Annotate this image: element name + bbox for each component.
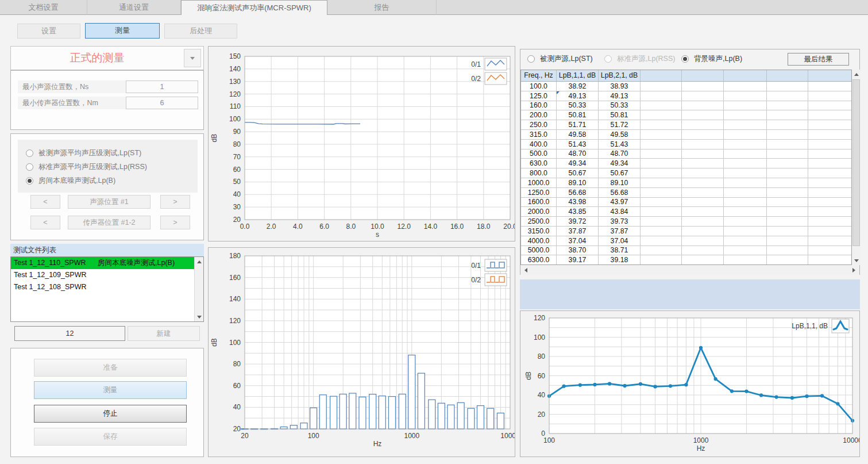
scroll-up-icon[interactable] <box>195 257 203 266</box>
test-file-list[interactable]: Test 1_12_110_SPWR房间本底噪声测试,Lp(B) Test 1_… <box>10 256 204 322</box>
table-cell[interactable]: 38.92 <box>557 82 599 91</box>
table-cell[interactable] <box>808 91 851 101</box>
measurement-mode-combobox[interactable]: 正式的测量 <box>10 46 204 70</box>
table-cell[interactable] <box>808 188 851 197</box>
tab-mcr-spwr[interactable]: 混响室法测试声功率(MCR-SPWR) <box>181 0 327 15</box>
table-cell[interactable] <box>641 130 682 139</box>
table-cell[interactable] <box>767 120 808 129</box>
table-cell[interactable] <box>641 217 682 226</box>
table-cell[interactable] <box>682 110 724 120</box>
radio-result-lp-rss[interactable]: 标准声源,Lp(RSS) <box>604 54 675 64</box>
table-cell[interactable] <box>641 91 682 101</box>
table-cell[interactable] <box>682 246 724 255</box>
source-next-button[interactable]: > <box>160 195 190 209</box>
source-prev-button[interactable]: < <box>30 195 60 209</box>
table-cell[interactable] <box>808 207 851 216</box>
table-cell[interactable] <box>682 227 724 236</box>
table-row[interactable]: 6300.039.1739.18 <box>521 255 851 264</box>
mic-position-button[interactable]: 传声器位置 #1-2 <box>68 216 151 229</box>
table-cell[interactable]: 37.04 <box>557 236 599 246</box>
stop-button[interactable]: 停止 <box>34 405 187 423</box>
table-cell[interactable]: 1000.0 <box>521 178 557 187</box>
table-cell[interactable]: 400.0 <box>521 140 557 149</box>
table-cell[interactable]: 51.72 <box>599 120 641 129</box>
final-result-button[interactable]: 最后结果 <box>788 53 849 66</box>
tab-channel-settings[interactable]: 通道设置 <box>87 0 181 15</box>
table-cell[interactable] <box>767 101 808 110</box>
table-cell[interactable] <box>808 198 851 207</box>
table-cell[interactable]: 38.70 <box>557 246 599 255</box>
table-cell[interactable]: 37.04 <box>599 236 641 246</box>
table-row[interactable]: 315.049.5849.58 <box>521 130 851 140</box>
table-cell[interactable] <box>724 110 767 120</box>
table-cell[interactable]: 100.0 <box>521 82 557 91</box>
table-cell[interactable]: 1250.0 <box>521 188 557 197</box>
radio-lp-b-test[interactable]: 房间本底噪声测试,Lp(B) <box>26 174 198 187</box>
table-cell[interactable] <box>682 255 724 264</box>
table-cell[interactable] <box>641 110 682 120</box>
min-mic-positions-input[interactable]: 6 <box>126 97 198 109</box>
table-cell[interactable] <box>767 217 808 226</box>
table-cell[interactable] <box>641 198 682 207</box>
table-cell[interactable] <box>724 227 767 236</box>
mic-next-button[interactable]: > <box>160 216 190 229</box>
table-cell[interactable]: 2500.0 <box>521 217 557 226</box>
table-cell[interactable]: 315.0 <box>521 130 557 139</box>
list-item[interactable]: Test 1_12_109_SPWR <box>11 269 203 281</box>
table-cell[interactable] <box>767 178 808 187</box>
table-cell[interactable]: 50.81 <box>599 110 641 120</box>
table-cell[interactable]: 56.68 <box>557 188 599 197</box>
table-cell[interactable]: 125.0 <box>521 91 557 101</box>
table-row[interactable]: 630.049.3449.34 <box>521 159 851 168</box>
table-row[interactable]: 1600.043.9843.97 <box>521 198 851 208</box>
table-cell[interactable]: 48.70 <box>557 149 599 159</box>
table-cell[interactable] <box>767 188 808 197</box>
table-cell[interactable]: 4000.0 <box>521 236 557 246</box>
table-cell[interactable]: 39.73 <box>599 217 641 226</box>
table-cell[interactable] <box>767 168 808 178</box>
table-cell[interactable] <box>682 207 724 216</box>
table-cell[interactable] <box>641 255 682 264</box>
table-cell[interactable] <box>767 198 808 207</box>
table-cell[interactable]: 49.13 <box>599 91 641 101</box>
table-cell[interactable] <box>682 82 724 91</box>
table-cell[interactable]: 89.10 <box>599 178 641 187</box>
table-cell[interactable] <box>641 149 682 159</box>
subtab-postprocess[interactable]: 后处理 <box>164 24 237 39</box>
table-cell[interactable] <box>808 246 851 255</box>
table-cell[interactable] <box>682 140 724 149</box>
table-cell[interactable]: 630.0 <box>521 159 557 168</box>
table-cell[interactable] <box>641 159 682 168</box>
scroll-down-icon[interactable] <box>195 312 203 321</box>
table-cell[interactable] <box>641 188 682 197</box>
table-cell[interactable] <box>724 149 767 159</box>
table-cell[interactable] <box>724 130 767 139</box>
table-cell[interactable]: 50.67 <box>599 168 641 178</box>
table-cell[interactable] <box>767 149 808 159</box>
table-cell[interactable] <box>767 140 808 149</box>
list-item[interactable]: Test 1_12_110_SPWR房间本底噪声测试,Lp(B) <box>11 257 203 269</box>
table-cell[interactable]: 800.0 <box>521 168 557 178</box>
table-cell[interactable] <box>724 168 767 178</box>
table-cell[interactable]: 37.87 <box>599 227 641 236</box>
table-row[interactable]: 200.050.8150.81 <box>521 110 851 120</box>
table-cell[interactable]: 3150.0 <box>521 227 557 236</box>
table-cell[interactable]: 6300.0 <box>521 255 557 264</box>
table-cell[interactable]: 1600.0 <box>521 198 557 207</box>
table-cell[interactable] <box>641 140 682 149</box>
table-cell[interactable] <box>641 246 682 255</box>
scrollbar-thumb[interactable] <box>852 79 860 246</box>
table-cell[interactable] <box>724 101 767 110</box>
table-cell[interactable] <box>682 91 724 101</box>
table-cell[interactable]: 39.18 <box>599 255 641 264</box>
table-cell[interactable]: 49.58 <box>557 130 599 139</box>
scroll-up-icon[interactable] <box>852 70 861 79</box>
table-cell[interactable] <box>641 82 682 91</box>
table-cell[interactable] <box>808 255 851 264</box>
table-cell[interactable] <box>808 101 851 110</box>
table-cell[interactable] <box>808 168 851 178</box>
table-cell[interactable]: 51.43 <box>599 140 641 149</box>
table-cell[interactable]: 250.0 <box>521 120 557 129</box>
table-cell[interactable]: 43.98 <box>557 198 599 207</box>
table-cell[interactable]: 49.34 <box>599 159 641 168</box>
